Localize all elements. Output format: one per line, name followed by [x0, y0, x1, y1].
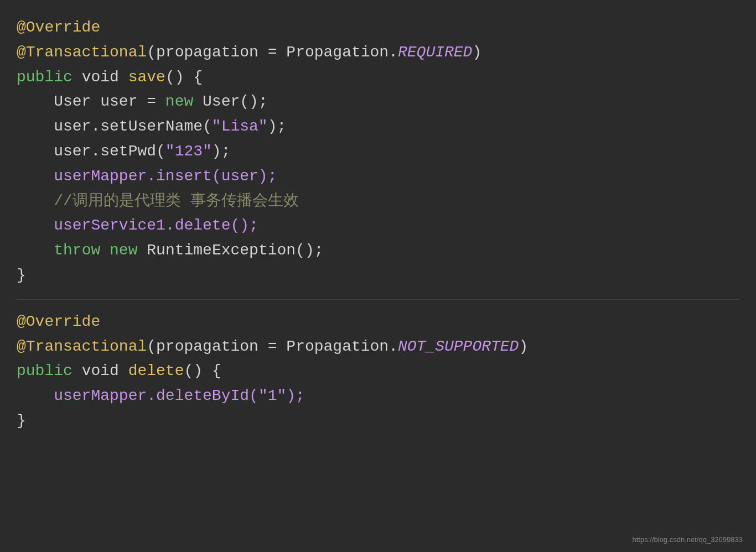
- code-token: userService1.delete();: [17, 217, 258, 234]
- code-block-1: @Override@Transactional(propagation = Pr…: [17, 299, 739, 439]
- code-token: @Transactional: [17, 44, 147, 61]
- code-token: User user =: [17, 93, 165, 110]
- code-token: @Transactional: [17, 338, 147, 355]
- code-line-0-11: throw new RuntimeException();: [17, 238, 739, 263]
- code-token: =: [258, 338, 286, 355]
- code-token: );: [212, 143, 231, 160]
- code-token: new: [110, 242, 137, 259]
- code-line-0-3: User user = new User();: [17, 90, 739, 114]
- code-line-1-4: }: [17, 409, 739, 434]
- code-token: Propagation.: [286, 44, 398, 61]
- code-line-1-3: userMapper.deleteById("1");: [17, 384, 739, 409]
- code-token: RuntimeException();: [137, 242, 323, 259]
- code-token: }: [17, 267, 26, 284]
- code-token: "1": [258, 387, 286, 404]
- code-token: );: [268, 118, 287, 135]
- code-token: throw: [54, 242, 100, 259]
- code-token: propagation: [156, 338, 258, 355]
- code-token: (: [147, 338, 156, 355]
- code-token: @Override: [17, 313, 100, 330]
- code-container: @Override@Transactional(propagation = Pr…: [0, 0, 756, 552]
- code-token: userMapper.insert(user);: [17, 168, 277, 185]
- code-token: save: [128, 69, 165, 86]
- code-token: () {: [165, 69, 203, 86]
- code-token: );: [286, 387, 305, 404]
- code-token: user.setPwd(: [17, 143, 165, 160]
- code-token: "Lisa": [212, 118, 268, 135]
- code-token: "123": [165, 143, 212, 160]
- code-token: void: [73, 69, 128, 86]
- code-token: [17, 192, 54, 210]
- code-line-0-9: userService1.delete();: [17, 213, 739, 238]
- code-token: propagation: [156, 44, 258, 61]
- code-token: user.setUserName(: [17, 118, 212, 135]
- code-token: ): [519, 338, 528, 355]
- code-token: [100, 242, 110, 259]
- code-token: [17, 242, 54, 259]
- watermark: https://blog.csdn.net/qq_32099833: [633, 534, 743, 545]
- code-token: ): [472, 44, 481, 61]
- code-block-0: @Override@Transactional(propagation = Pr…: [17, 10, 739, 294]
- code-token: public: [17, 362, 73, 379]
- code-token: delete: [128, 362, 184, 379]
- code-line-0-4: user.setUserName("Lisa");: [17, 114, 739, 139]
- code-line-1-1: @Transactional(propagation = Propagation…: [17, 335, 739, 360]
- code-token: userMapper.deleteById(: [17, 387, 258, 404]
- code-line-0-12: }: [17, 263, 739, 288]
- code-token: Propagation.: [286, 338, 398, 355]
- code-token: User();: [193, 93, 267, 110]
- code-line-0-5: user.setPwd("123");: [17, 139, 739, 164]
- code-line-1-2: public void delete() {: [17, 359, 739, 384]
- code-line-1-0: @Override: [17, 310, 739, 335]
- code-line-0-1: @Transactional(propagation = Propagation…: [17, 40, 739, 65]
- code-token: =: [258, 44, 286, 61]
- code-token: //调用的是代理类 事务传播会生效: [54, 192, 298, 210]
- code-token: public: [17, 69, 73, 86]
- code-line-0-0: @Override: [17, 15, 739, 40]
- code-token: void: [73, 362, 128, 379]
- code-token: NOT_SUPPORTED: [398, 338, 519, 355]
- code-token: () {: [184, 362, 221, 379]
- code-token: }: [17, 412, 26, 429]
- code-token: REQUIRED: [398, 44, 472, 61]
- code-line-0-2: public void save() {: [17, 65, 739, 90]
- code-token: new: [165, 93, 193, 110]
- code-line-0-6: userMapper.insert(user);: [17, 164, 739, 189]
- code-line-0-8: //调用的是代理类 事务传播会生效: [17, 189, 739, 214]
- code-token: @Override: [17, 19, 100, 36]
- code-token: (: [147, 44, 156, 61]
